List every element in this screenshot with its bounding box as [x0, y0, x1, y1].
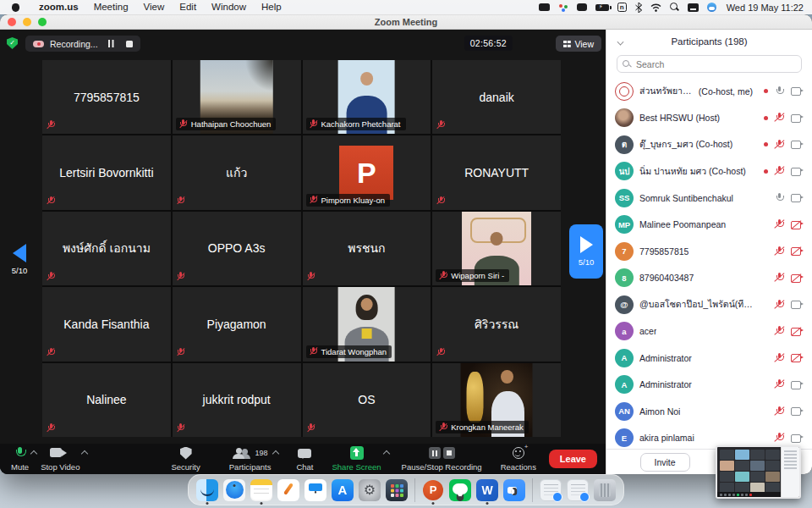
view-button[interactable]: View [556, 36, 601, 52]
participant-row[interactable]: a acer [606, 318, 812, 345]
minimized-window-icon[interactable] [540, 479, 562, 501]
reactions-button[interactable]: + Reactions [501, 444, 536, 474]
apple-menu-icon[interactable] [12, 3, 19, 12]
search-input[interactable] [617, 55, 802, 73]
trash-dock-icon[interactable] [594, 479, 616, 501]
participant-row[interactable]: 7 7795857815 [606, 238, 812, 265]
video-tile[interactable]: danaik [432, 60, 561, 134]
launchpad-dock-icon[interactable] [386, 479, 408, 501]
video-tile[interactable]: ศิริวรรณ [432, 287, 561, 361]
mute-button[interactable]: Mute [11, 444, 29, 474]
share-options-chevron[interactable] [382, 450, 389, 457]
powerpoint-dock-icon[interactable] [422, 479, 444, 501]
participant-row[interactable]: ส่วนทรัพยากรบุคคล... (Co-host, me) [606, 78, 812, 105]
spacer [764, 329, 768, 334]
menu-zoom-us[interactable]: zoom.us [31, 0, 86, 14]
system-preferences-dock-icon[interactable] [359, 479, 381, 501]
avatar: A [615, 349, 634, 367]
video-tile[interactable]: RONAYUTT [432, 135, 561, 209]
menu-view[interactable]: View [136, 0, 173, 14]
notion-icon[interactable]: n [617, 3, 627, 12]
participant-row[interactable]: A Administrator [606, 372, 812, 399]
notes-dock-icon[interactable] [250, 479, 272, 501]
spotlight-icon[interactable] [670, 3, 679, 12]
video-tile[interactable]: 7795857815 [42, 60, 171, 134]
video-tile[interactable]: jukkrit rodput [173, 363, 301, 437]
participant-row[interactable]: ต ตุ๊_บุษกร_มศว (Co-host) [606, 131, 812, 158]
bluetooth-icon[interactable] [635, 3, 642, 13]
encryption-shield-icon[interactable]: ✓ [7, 37, 18, 49]
menu-clock[interactable]: Wed 19 May 11:22 [727, 3, 804, 13]
camera-status-icon[interactable] [539, 3, 550, 11]
menu-window[interactable]: Window [204, 0, 254, 14]
window-title-bar[interactable]: Zoom Meeting [0, 14, 812, 30]
menu-edit[interactable]: Edit [172, 0, 204, 14]
video-tile[interactable]: Nalinee [42, 363, 171, 437]
finder-dock-icon[interactable] [196, 479, 218, 501]
screen-share-preview[interactable] [716, 445, 801, 499]
chevron-down-icon[interactable] [617, 39, 624, 46]
line-dock-icon[interactable] [449, 479, 471, 501]
camera-off-icon [791, 353, 804, 363]
video-tile[interactable]: OPPO A3s [173, 212, 301, 285]
participants-button[interactable]: 198 Participants [229, 444, 272, 474]
participant-row[interactable]: @ @บอสโซดาป๊อป_ไพรัตน์(ทีมอ.มณญ่า) [606, 291, 812, 318]
next-page-button[interactable]: 5/10 [569, 224, 603, 279]
video-tile[interactable]: Kanda Fisanthia [42, 287, 171, 361]
app-store-dock-icon[interactable] [332, 479, 354, 501]
video-tile[interactable]: แก้ว [173, 135, 301, 209]
pause-stop-recording-button[interactable]: Pause/Stop Recording [402, 444, 482, 474]
stop-recording-button[interactable] [126, 41, 133, 47]
video-tile[interactable]: PPimporn Kluay-on [303, 135, 431, 209]
video-tile[interactable]: Tidarat Wongphan [303, 287, 431, 361]
invite-button[interactable]: Invite [640, 453, 690, 472]
video-tile[interactable]: Piyagamon [173, 287, 301, 361]
chat-button[interactable]: Chat [296, 444, 313, 474]
video-tile[interactable]: พงษ์ศักดิ์ เอกนาม [42, 212, 171, 285]
participant-row[interactable]: นป นิ่ม ปานหทัย มศว (Co-host) [606, 158, 812, 185]
participant-row[interactable]: SS Somruk Suntibenchakul [606, 185, 812, 212]
keynote-dock-icon[interactable] [304, 479, 326, 501]
participant-row[interactable]: AN Aimon Noi [606, 398, 812, 425]
mute-options-chevron[interactable] [30, 450, 37, 457]
stop-video-button[interactable]: Stop Video [41, 444, 80, 474]
participants-options-chevron[interactable] [272, 450, 279, 457]
security-button[interactable]: Security [171, 444, 200, 474]
participants-list[interactable]: ส่วนทรัพยากรบุคคล... (Co-host, me) Best … [606, 78, 812, 449]
video-tile[interactable]: Lertsiri Bovornkitti [42, 135, 171, 209]
menu-help[interactable]: Help [254, 0, 289, 14]
pages-dock-icon[interactable] [277, 479, 299, 501]
participant-name: พงษ์ศักดิ์ เอกนาม [42, 212, 171, 285]
app-dots-icon[interactable] [558, 3, 568, 12]
video-tile[interactable]: พรชนก [303, 212, 431, 285]
zoom-dock-icon[interactable] [503, 479, 525, 501]
stop-icon[interactable] [443, 447, 455, 459]
pause-icon[interactable] [429, 447, 441, 459]
keyboard-icon[interactable] [688, 3, 699, 12]
weather-icon[interactable] [707, 3, 716, 12]
leave-button[interactable]: Leave [549, 450, 597, 468]
video-tile[interactable]: Kachakorn Phetcharat [303, 60, 431, 134]
prev-page-button[interactable]: 5/10 [2, 240, 37, 284]
participant-row[interactable]: Best HRSWU (Host) [606, 105, 812, 132]
video-options-chevron[interactable] [81, 450, 88, 457]
safari-dock-icon[interactable] [223, 479, 245, 501]
minimized-window-icon[interactable] [567, 479, 589, 501]
pause-recording-button[interactable] [107, 40, 115, 47]
camera-on-icon [791, 140, 804, 150]
video-tile[interactable]: Krongkan Maneerak [432, 363, 561, 437]
participant-row[interactable]: A Administrator [606, 345, 812, 372]
wifi-icon[interactable] [650, 3, 661, 12]
participant-row[interactable]: 8 87960403487 [606, 265, 812, 292]
video-tile[interactable]: Hathaipan Choochuen [173, 60, 301, 134]
video-tile[interactable]: OS [303, 363, 431, 437]
word-dock-icon[interactable] [476, 479, 498, 501]
muted-mic-icon [47, 196, 55, 206]
participant-row[interactable]: MP Malinee Poomanpean [606, 212, 812, 239]
share-screen-button[interactable]: Share Screen [332, 444, 381, 474]
avatar [615, 82, 634, 101]
menu-meeting[interactable]: Meeting [86, 0, 136, 14]
line-status-icon[interactable] [577, 3, 587, 11]
battery-icon[interactable] [595, 4, 609, 11]
video-tile[interactable]: Wipaporn Siri - [432, 212, 561, 285]
